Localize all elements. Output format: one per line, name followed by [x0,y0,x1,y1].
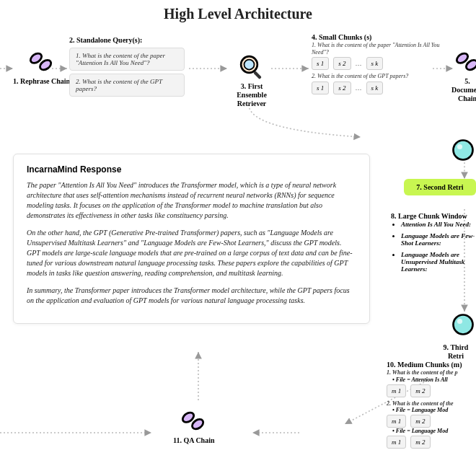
node-second: 7. Second Retri [404,179,476,195]
response-heading: IncarnaMind Response [27,164,356,175]
svg-rect-4 [253,71,262,79]
response-paragraph: On the other hand, the GPT (Generative P… [27,228,356,278]
svg-point-8 [457,144,462,149]
node-retriever1: 3. First Ensemble Retriever [229,52,274,108]
node-ball-6 [450,137,476,163]
chunk: m 2 [410,415,430,428]
ellipsis: … [356,84,362,92]
svg-point-9 [454,315,473,335]
page-title: High Level Architecture [164,6,312,22]
response-paragraph: The paper "Attention Is All You Need" in… [27,180,356,221]
chunk: m 1 [387,384,406,397]
node-third: 9. Third Retri [436,343,476,361]
list-item: Language Models are Few-Shot Learners: [401,232,476,247]
ball-icon [450,137,476,163]
node-smallchunks: 4. Small Chunks (s) 1. What is the conte… [312,33,456,94]
list-item: Attention Is All You Need: [401,221,476,228]
response-paragraph: In summary, the Transformer paper introd… [27,286,356,306]
green-step: 7. Second Retri [404,179,476,195]
svg-point-7 [454,141,473,160]
node-qa: 11. QA Chain [173,404,215,445]
chunk: s k [366,81,384,94]
ellipsis: … [356,60,362,67]
chunk: m 2 [410,436,430,449]
chain-icon [451,45,477,77]
chunk: m 1 [387,436,406,449]
query-box: 1. What is the content of the paper "Att… [69,48,185,71]
chunk: s k [366,57,384,70]
chunk: s 1 [312,57,329,70]
node-medium: 10. Medium Chunks (m) 1. What is the con… [387,361,476,449]
response-panel: IncarnaMind Response The paper "Attentio… [13,154,370,324]
query-box: 2. What is the content of the GPT papers… [69,74,185,97]
chunk: s 2 [333,57,351,70]
chain-icon [25,45,58,77]
list-item: Language Models are Unsupervised Multita… [401,251,476,273]
node-document: 5. Document Chain [453,45,476,103]
node-standalone: 2. Standalone Query(s): 1. What is the c… [69,36,185,100]
chain-icon [177,404,210,436]
node-rephrase: 1. Rephrase Chain [13,45,70,86]
node-ball-9pre [450,312,476,338]
node-largewin: 8. Large Chunk Window Attention Is All Y… [391,212,476,277]
chunk: m 1 [387,415,406,428]
svg-point-10 [457,319,462,324]
chunk: s 2 [333,81,351,94]
chunk: m 2 [410,384,430,397]
magnifier-icon [237,52,267,82]
ball-icon [450,312,476,338]
svg-point-3 [244,60,255,70]
chunk: s 1 [312,81,329,94]
